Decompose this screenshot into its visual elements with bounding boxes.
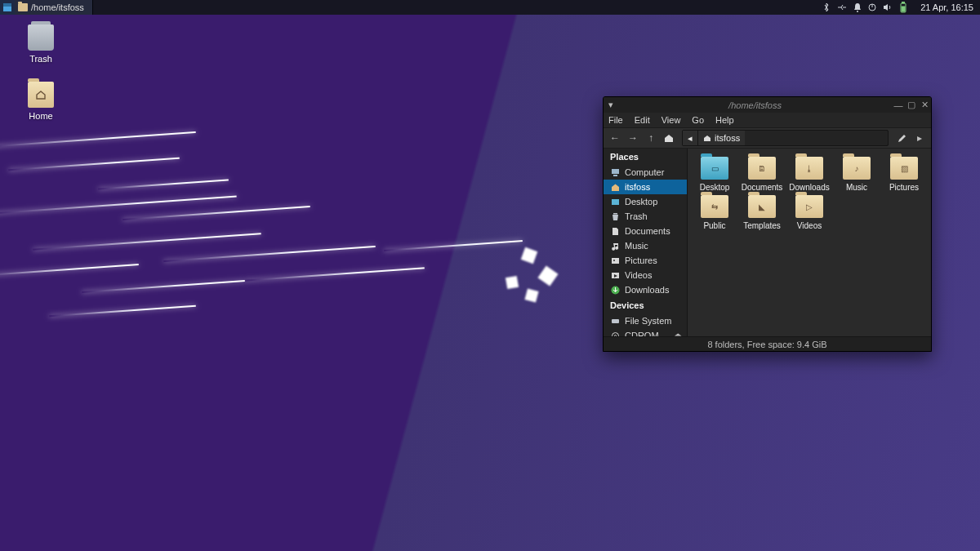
sidebar-item-pictures[interactable]: Pictures (604, 253, 687, 268)
sidebar-item-itsfoss[interactable]: itsfoss (604, 180, 687, 194)
sidebar-item-label: Trash (625, 211, 648, 221)
folder-templates[interactable]: ◣Templates (740, 195, 784, 230)
svg-rect-0 (521, 247, 538, 264)
svg-point-6 (857, 11, 858, 12)
menu-edit[interactable]: Edit (635, 115, 650, 125)
sidebar-item-cdrom[interactable]: CDROM⏏ (604, 328, 687, 336)
desktop-icon-home[interactable]: Home (15, 82, 67, 121)
svg-rect-15 (613, 213, 617, 215)
path-segment-label: itsfoss (715, 133, 740, 143)
desktop-icon-trash[interactable]: Trash (15, 24, 67, 64)
svg-point-17 (613, 260, 615, 261)
sidebar-item-file-system[interactable]: File System (604, 313, 687, 328)
window-minimize-button[interactable]: — (892, 100, 905, 110)
svg-rect-16 (612, 258, 619, 264)
taskbar-window-button[interactable]: /home/itsfoss (15, 0, 93, 15)
menu-go[interactable]: Go (692, 115, 704, 125)
sidebar-item-label: CDROM (625, 331, 659, 336)
svg-rect-14 (612, 199, 619, 205)
sidebar-item-label: File System (625, 316, 671, 326)
sidebar-item-videos[interactable]: Videos (604, 268, 687, 282)
folder-icon: ♪ (843, 157, 871, 180)
window-titlebar[interactable]: ▾ /home/itsfoss — ▢ ✕ (604, 97, 931, 113)
sidebar-item-label: Desktop (625, 197, 657, 207)
folder-documents[interactable]: 🗎Documents (740, 157, 784, 192)
window-menu-icon[interactable]: ▾ (604, 100, 618, 110)
file-label: Downloads (787, 183, 831, 192)
app-menu-button[interactable] (0, 0, 15, 15)
taskbar-window-title: /home/itsfoss (31, 2, 84, 12)
folder-icon: 🗎 (748, 157, 776, 180)
folder-icon: ⭳ (795, 157, 823, 180)
bluetooth-icon[interactable] (822, 2, 831, 12)
folder-downloads[interactable]: ⭳Downloads (787, 157, 831, 192)
path-prev-button[interactable]: ◂ (683, 131, 698, 145)
window-close-button[interactable]: ✕ (918, 100, 931, 110)
menu-view[interactable]: View (662, 115, 681, 125)
sidebar-item-trash[interactable]: Trash (604, 209, 687, 224)
power-icon[interactable] (868, 3, 876, 11)
statusbar: 8 folders, Free space: 9.4 GiB (604, 336, 931, 351)
home-icon (610, 182, 620, 192)
menubar: File Edit View Go Help (604, 113, 931, 127)
sidebar: PlacesComputeritsfossDesktopTrashDocumen… (604, 149, 688, 336)
pathbar[interactable]: ◂ itsfoss (682, 130, 889, 146)
folder-public[interactable]: ⇆Public (693, 195, 737, 230)
notification-bell-icon[interactable] (853, 2, 862, 12)
file-label: Documents (740, 183, 784, 192)
sidebar-item-computer[interactable]: Computer (604, 165, 687, 180)
menu-help[interactable]: Help (715, 115, 734, 125)
sidebar-item-desktop[interactable]: Desktop (604, 194, 687, 209)
folder-icon: ▭ (701, 157, 728, 180)
status-text: 8 folders, Free space: 9.4 GiB (707, 340, 826, 349)
folder-pictures[interactable]: ▧Pictures (882, 157, 926, 192)
desktop-icon-label: Home (15, 111, 67, 121)
file-grid: ▭Desktop🗎Documents⭳Downloads♪Music▧Pictu… (688, 149, 931, 336)
nav-up-button[interactable]: ↑ (643, 130, 659, 146)
folder-videos[interactable]: ▷Videos (787, 195, 831, 230)
sidebar-item-label: Computer (625, 167, 664, 177)
nav-back-button[interactable]: ← (607, 130, 623, 146)
svg-rect-13 (613, 175, 617, 176)
file-label: Videos (787, 221, 831, 230)
folder-desktop[interactable]: ▭Desktop (693, 157, 737, 192)
eject-icon[interactable]: ⏏ (674, 331, 682, 337)
toolbar: ← → ↑ ◂ itsfoss ▸ (604, 127, 931, 149)
svg-rect-3 (524, 288, 538, 302)
battery-icon[interactable] (899, 2, 907, 13)
file-manager-window: ▾ /home/itsfoss — ▢ ✕ File Edit View Go … (603, 96, 932, 352)
svg-rect-1 (537, 265, 558, 286)
music-icon (610, 241, 620, 251)
svg-rect-10 (902, 2, 905, 4)
toolbar-overflow-button[interactable]: ▸ (911, 130, 928, 146)
pic-icon (610, 256, 620, 265)
folder-music[interactable]: ♪Music (835, 157, 879, 192)
volume-icon[interactable] (883, 3, 893, 11)
down-icon (610, 285, 620, 295)
nav-home-button[interactable] (661, 130, 677, 146)
sidebar-item-downloads[interactable]: Downloads (604, 282, 687, 297)
panel-clock[interactable]: 21 Apr, 16:15 (914, 2, 980, 12)
file-label: Desktop (693, 183, 737, 192)
path-segment-home[interactable]: itsfoss (698, 131, 745, 145)
window-maximize-button[interactable]: ▢ (905, 100, 918, 110)
sidebar-item-label: Documents (625, 226, 670, 236)
file-label: Music (835, 183, 879, 192)
drive-icon (610, 316, 620, 326)
sidebar-item-music[interactable]: Music (604, 238, 687, 253)
svg-rect-12 (612, 169, 619, 174)
nav-forward-button[interactable]: → (625, 130, 641, 146)
svg-rect-20 (612, 319, 619, 323)
folder-icon: ◣ (748, 195, 776, 218)
menu-file[interactable]: File (608, 115, 623, 125)
sidebar-item-label: Music (625, 241, 648, 251)
svg-rect-5 (3, 3, 11, 7)
system-tray (816, 2, 914, 13)
edit-path-button[interactable] (893, 130, 910, 146)
monitor-icon (610, 167, 620, 177)
video-icon (610, 270, 620, 280)
folder-icon: ▷ (795, 195, 823, 218)
network-icon[interactable] (837, 3, 847, 11)
sidebar-item-documents[interactable]: Documents (604, 224, 687, 238)
svg-point-22 (614, 335, 616, 336)
